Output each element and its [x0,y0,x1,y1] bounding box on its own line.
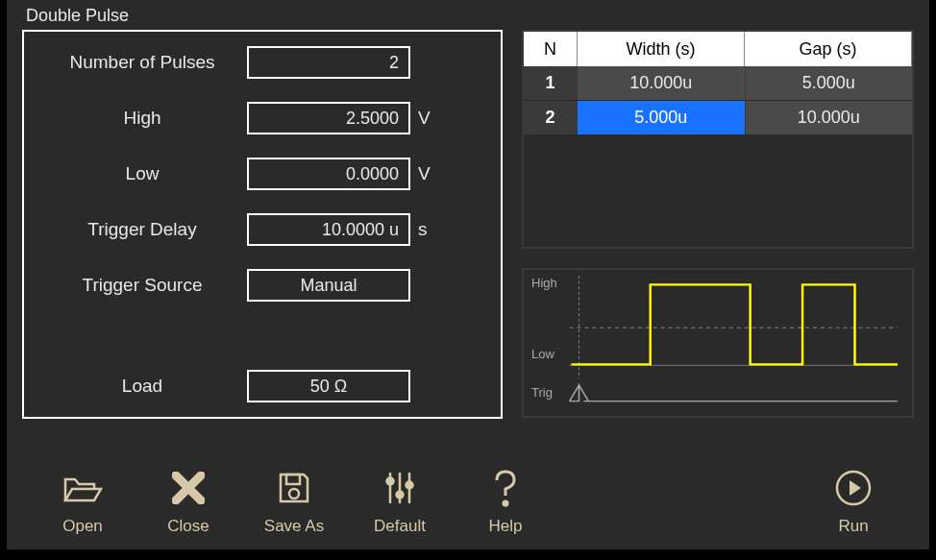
sliders-icon [384,469,415,507]
wave-trig-label: Trig [531,385,553,400]
row-index: 2 [524,101,578,134]
low-label: Low [37,163,247,184]
wave-low-label: Low [531,347,554,361]
settings-panel: Number of Pulses 2 High 2.5000 V Low 0.0… [22,30,503,419]
width-cell[interactable]: 10.000u [578,66,746,100]
num-pulses-field[interactable]: 2 [247,46,410,79]
col-header-gap: Gap (s) [745,32,912,66]
run-button[interactable]: Run [801,469,906,536]
high-label: High [37,108,247,129]
gap-cell[interactable]: 5.000u [746,66,913,100]
col-header-width: Width (s) [578,32,745,66]
run-label: Run [838,517,868,536]
wave-high-label: High [531,276,557,290]
help-icon [492,469,519,507]
num-pulses-label: Number of Pulses [37,52,247,73]
trigger-source-field[interactable]: Manual [247,269,410,302]
close-button[interactable]: Close [135,469,241,536]
load-field[interactable]: 50 Ω [247,370,410,402]
trigger-delay-unit: s [410,219,439,240]
open-button[interactable]: Open [30,469,135,536]
high-field[interactable]: 2.5000 [247,102,410,134]
gap-cell[interactable]: 10.000u [746,101,913,134]
trigger-delay-label: Trigger Delay [37,219,247,240]
width-cell[interactable]: 5.000u [578,101,746,134]
close-icon [172,469,205,507]
save-as-button[interactable]: Save As [241,469,347,536]
load-label: Load [37,376,247,397]
folder-open-icon [62,469,103,507]
save-as-label: Save As [264,517,324,536]
svg-point-12 [504,501,507,505]
default-button[interactable]: Default [347,469,453,536]
col-header-n: N [524,32,578,66]
default-label: Default [374,517,426,536]
waveform-svg [531,276,902,410]
svg-point-9 [387,478,394,485]
low-field[interactable]: 0.0000 [247,158,410,190]
svg-point-11 [406,482,413,489]
play-circle-icon [834,469,873,507]
table-header: N Width (s) Gap (s) [524,32,912,66]
low-unit: V [410,163,439,184]
save-icon [277,469,311,507]
high-unit: V [410,108,439,129]
waveform-preview: High Low Trig [522,268,914,418]
table-row: 1 10.000u 5.000u [524,66,912,101]
row-index: 1 [524,66,578,100]
table-row: 2 5.000u 10.000u [524,101,912,135]
svg-point-10 [397,492,404,499]
close-label: Close [167,517,209,536]
help-button[interactable]: Help [453,469,558,536]
help-label: Help [489,517,523,536]
page-title: Double Pulse [22,6,914,26]
svg-rect-4 [286,475,300,484]
toolbar: Open Close Save As [30,469,906,536]
timing-table: N Width (s) Gap (s) 1 10.000u 5.000u 2 5… [522,30,914,249]
open-label: Open [62,517,103,536]
trigger-delay-field[interactable]: 10.0000 u [247,213,410,246]
svg-point-5 [289,489,299,499]
trigger-source-label: Trigger Source [37,275,247,296]
